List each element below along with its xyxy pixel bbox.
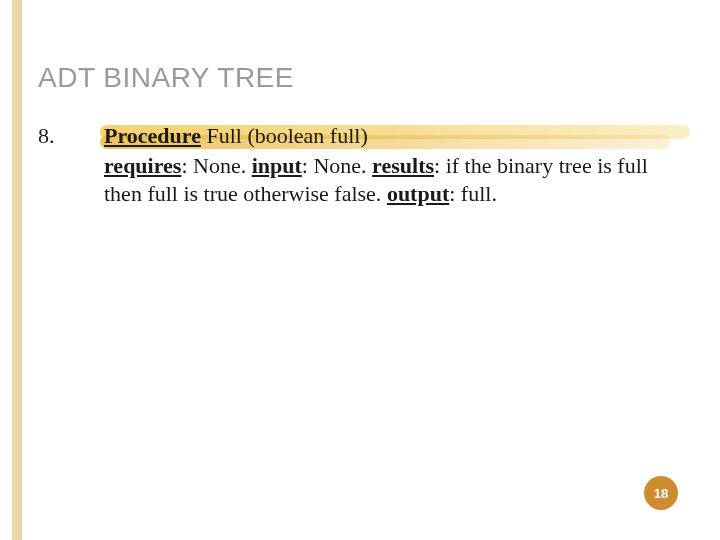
- val-requires: : None.: [181, 153, 251, 178]
- item-body: Procedure Full (boolean full) requires: …: [104, 122, 660, 208]
- val-output: : full.: [449, 181, 497, 206]
- procedure-signature: Full (boolean full): [201, 123, 368, 148]
- slide-content: ADT BINARY TREE 8. Procedure Full (boole…: [0, 0, 720, 540]
- procedure-heading: Procedure Full (boolean full): [104, 122, 660, 150]
- kw-output: output: [387, 181, 449, 206]
- procedure-body: requires: None. input: None. results: if…: [104, 152, 660, 208]
- item-number: 8.: [38, 122, 78, 150]
- slide-title: ADT BINARY TREE: [38, 62, 660, 94]
- kw-results: results: [372, 153, 434, 178]
- page-number-badge: 18: [644, 476, 678, 510]
- procedure-keyword: Procedure: [104, 123, 201, 148]
- list-item: 8. Procedure Full (boolean full) require…: [38, 122, 660, 208]
- kw-input: input: [252, 153, 302, 178]
- kw-requires: requires: [104, 153, 181, 178]
- val-input: : None.: [302, 153, 372, 178]
